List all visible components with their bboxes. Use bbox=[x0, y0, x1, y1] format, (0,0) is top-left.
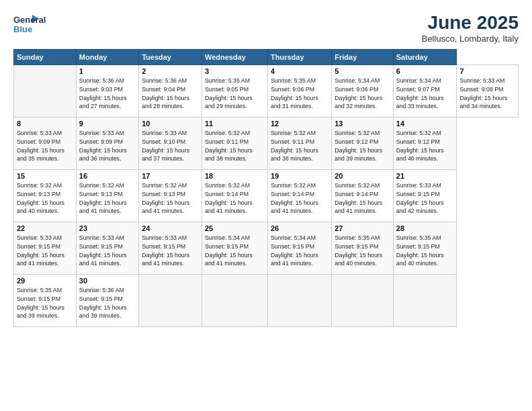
day-number: 1 bbox=[79, 67, 136, 75]
day-info: Sunrise: 5:35 AMSunset: 9:06 PMDaylight:… bbox=[271, 77, 328, 111]
day-cell: 5Sunrise: 5:34 AMSunset: 9:06 PMDaylight… bbox=[332, 65, 394, 118]
day-number: 22 bbox=[17, 224, 73, 232]
day-cell: 20Sunrise: 5:32 AMSunset: 9:14 PMDayligh… bbox=[332, 170, 394, 222]
day-cell bbox=[139, 275, 202, 327]
day-cell: 2Sunrise: 5:36 AMSunset: 9:04 PMDaylight… bbox=[139, 65, 202, 118]
day-cell: 22Sunrise: 5:33 AMSunset: 9:15 PMDayligh… bbox=[14, 222, 77, 275]
day-number: 24 bbox=[142, 224, 199, 232]
day-info: Sunrise: 5:33 AMSunset: 9:09 PMDaylight:… bbox=[79, 129, 136, 163]
day-cell: 28Sunrise: 5:35 AMSunset: 9:15 PMDayligh… bbox=[393, 222, 457, 275]
day-number: 17 bbox=[142, 172, 199, 180]
day-cell: 4Sunrise: 5:35 AMSunset: 9:06 PMDaylight… bbox=[268, 65, 332, 118]
col-header-tuesday: Tuesday bbox=[139, 50, 202, 65]
day-number: 8 bbox=[17, 120, 73, 128]
day-info: Sunrise: 5:33 AMSunset: 9:15 PMDaylight:… bbox=[142, 234, 199, 268]
day-cell: 12Sunrise: 5:32 AMSunset: 9:11 PMDayligh… bbox=[268, 118, 332, 170]
col-header-wednesday: Wednesday bbox=[202, 50, 268, 65]
col-header-friday: Friday bbox=[332, 50, 394, 65]
day-cell: 10Sunrise: 5:33 AMSunset: 9:10 PMDayligh… bbox=[139, 118, 202, 170]
day-cell: 9Sunrise: 5:33 AMSunset: 9:09 PMDaylight… bbox=[76, 118, 138, 170]
day-info: Sunrise: 5:33 AMSunset: 9:15 PMDaylight:… bbox=[79, 234, 136, 268]
day-cell: 18Sunrise: 5:32 AMSunset: 9:14 PMDayligh… bbox=[202, 170, 268, 222]
day-cell: 15Sunrise: 5:32 AMSunset: 9:13 PMDayligh… bbox=[14, 170, 77, 222]
day-number: 15 bbox=[17, 172, 73, 180]
day-number: 18 bbox=[205, 172, 265, 180]
calendar-table: SundayMondayTuesdayWednesdayThursdayFrid… bbox=[13, 49, 519, 327]
day-info: Sunrise: 5:33 AMSunset: 9:15 PMDaylight:… bbox=[17, 234, 73, 268]
day-info: Sunrise: 5:33 AMSunset: 9:10 PMDaylight:… bbox=[142, 129, 199, 163]
day-number: 21 bbox=[396, 172, 454, 180]
logo: GeneralBlue bbox=[13, 12, 47, 36]
day-number: 2 bbox=[142, 67, 199, 75]
day-info: Sunrise: 5:34 AMSunset: 9:15 PMDaylight:… bbox=[271, 234, 328, 268]
month-title: June 2025 bbox=[422, 12, 519, 34]
day-cell: 25Sunrise: 5:34 AMSunset: 9:15 PMDayligh… bbox=[202, 222, 268, 275]
day-number: 30 bbox=[79, 277, 136, 285]
day-number: 7 bbox=[459, 67, 515, 75]
svg-text:Blue: Blue bbox=[13, 24, 32, 34]
day-number: 12 bbox=[271, 120, 328, 128]
day-cell: 1Sunrise: 5:36 AMSunset: 9:03 PMDaylight… bbox=[76, 65, 138, 118]
day-cell: 19Sunrise: 5:32 AMSunset: 9:14 PMDayligh… bbox=[268, 170, 332, 222]
day-cell bbox=[332, 275, 394, 327]
day-info: Sunrise: 5:32 AMSunset: 9:12 PMDaylight:… bbox=[396, 129, 454, 163]
day-info: Sunrise: 5:33 AMSunset: 9:15 PMDaylight:… bbox=[396, 181, 454, 216]
week-row-5: 29Sunrise: 5:35 AMSunset: 9:15 PMDayligh… bbox=[14, 275, 519, 327]
week-row-4: 22Sunrise: 5:33 AMSunset: 9:15 PMDayligh… bbox=[14, 222, 519, 275]
day-info: Sunrise: 5:32 AMSunset: 9:14 PMDaylight:… bbox=[271, 181, 328, 216]
day-cell: 21Sunrise: 5:33 AMSunset: 9:15 PMDayligh… bbox=[393, 170, 457, 222]
day-cell: 14Sunrise: 5:32 AMSunset: 9:12 PMDayligh… bbox=[393, 118, 457, 170]
day-cell: 16Sunrise: 5:32 AMSunset: 9:13 PMDayligh… bbox=[76, 170, 138, 222]
day-info: Sunrise: 5:32 AMSunset: 9:11 PMDaylight:… bbox=[271, 129, 328, 163]
day-number: 3 bbox=[205, 67, 265, 75]
calendar-header-row: SundayMondayTuesdayWednesdayThursdayFrid… bbox=[14, 50, 519, 65]
day-info: Sunrise: 5:34 AMSunset: 9:06 PMDaylight:… bbox=[335, 77, 390, 111]
day-info: Sunrise: 5:32 AMSunset: 9:14 PMDaylight:… bbox=[205, 181, 265, 216]
day-number: 23 bbox=[79, 224, 136, 232]
page: GeneralBlue June 2025 Bellusco, Lombardy… bbox=[0, 0, 532, 411]
col-header-monday: Monday bbox=[76, 50, 138, 65]
header: GeneralBlue June 2025 Bellusco, Lombardy… bbox=[13, 12, 519, 44]
day-cell: 17Sunrise: 5:32 AMSunset: 9:13 PMDayligh… bbox=[139, 170, 202, 222]
day-info: Sunrise: 5:32 AMSunset: 9:12 PMDaylight:… bbox=[335, 129, 390, 163]
day-cell: 23Sunrise: 5:33 AMSunset: 9:15 PMDayligh… bbox=[76, 222, 138, 275]
day-number: 14 bbox=[396, 120, 454, 128]
day-number: 29 bbox=[17, 277, 73, 285]
day-info: Sunrise: 5:36 AMSunset: 9:03 PMDaylight:… bbox=[79, 77, 136, 111]
day-cell bbox=[268, 275, 332, 327]
day-info: Sunrise: 5:34 AMSunset: 9:15 PMDaylight:… bbox=[205, 234, 265, 268]
day-cell: 30Sunrise: 5:36 AMSunset: 9:15 PMDayligh… bbox=[76, 275, 138, 327]
day-number: 28 bbox=[396, 224, 454, 232]
day-number: 6 bbox=[396, 67, 454, 75]
svg-text:General: General bbox=[13, 15, 46, 25]
day-info: Sunrise: 5:36 AMSunset: 9:15 PMDaylight:… bbox=[79, 286, 136, 320]
day-cell bbox=[202, 275, 268, 327]
day-cell: 6Sunrise: 5:34 AMSunset: 9:07 PMDaylight… bbox=[393, 65, 457, 118]
day-info: Sunrise: 5:32 AMSunset: 9:13 PMDaylight:… bbox=[17, 181, 73, 216]
day-number: 19 bbox=[271, 172, 328, 180]
day-info: Sunrise: 5:34 AMSunset: 9:07 PMDaylight:… bbox=[396, 77, 454, 111]
day-info: Sunrise: 5:35 AMSunset: 9:05 PMDaylight:… bbox=[205, 77, 265, 111]
day-info: Sunrise: 5:33 AMSunset: 9:09 PMDaylight:… bbox=[17, 129, 73, 163]
day-number: 26 bbox=[271, 224, 328, 232]
day-number: 5 bbox=[335, 67, 390, 75]
day-number: 9 bbox=[79, 120, 136, 128]
day-number: 25 bbox=[205, 224, 265, 232]
day-cell bbox=[393, 275, 457, 327]
col-header-thursday: Thursday bbox=[268, 50, 332, 65]
day-cell: 27Sunrise: 5:35 AMSunset: 9:15 PMDayligh… bbox=[332, 222, 394, 275]
col-header-sunday: Sunday bbox=[14, 50, 77, 65]
day-number: 16 bbox=[79, 172, 136, 180]
day-cell: 11Sunrise: 5:32 AMSunset: 9:11 PMDayligh… bbox=[202, 118, 268, 170]
day-cell: 13Sunrise: 5:32 AMSunset: 9:12 PMDayligh… bbox=[332, 118, 394, 170]
title-area: June 2025 Bellusco, Lombardy, Italy bbox=[422, 12, 519, 44]
day-info: Sunrise: 5:32 AMSunset: 9:13 PMDaylight:… bbox=[142, 181, 199, 216]
day-number: 10 bbox=[142, 120, 199, 128]
logo-svg: GeneralBlue bbox=[13, 12, 47, 36]
day-info: Sunrise: 5:32 AMSunset: 9:14 PMDaylight:… bbox=[335, 181, 390, 216]
day-number: 27 bbox=[335, 224, 390, 232]
day-number: 20 bbox=[335, 172, 390, 180]
day-cell: 7Sunrise: 5:33 AMSunset: 9:08 PMDaylight… bbox=[457, 65, 519, 118]
day-cell: 24Sunrise: 5:33 AMSunset: 9:15 PMDayligh… bbox=[139, 222, 202, 275]
day-info: Sunrise: 5:35 AMSunset: 9:15 PMDaylight:… bbox=[17, 286, 73, 320]
